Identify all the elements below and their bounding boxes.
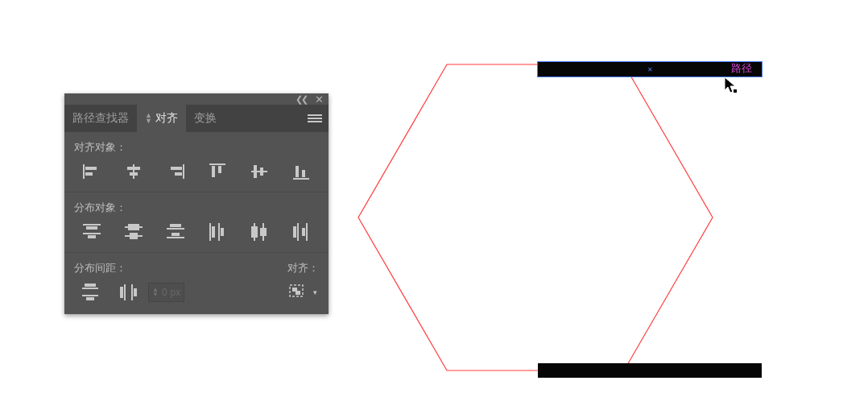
svg-rect-51 [131,284,133,300]
align-bottom-button[interactable] [280,159,322,184]
svg-rect-30 [167,228,184,230]
distribute-right-button[interactable] [280,220,322,244]
tab-pathfinder[interactable]: 路径查找器 [64,105,137,132]
distribute-top-button[interactable] [71,220,113,244]
svg-rect-28 [130,233,138,239]
align-hcenter-button[interactable] [113,159,155,184]
svg-rect-16 [254,165,257,178]
selection-center-icon: ✕ [647,66,653,73]
align-left-button[interactable] [71,159,113,184]
svg-rect-20 [302,170,305,177]
dropdown-caret-icon: ▾ [313,288,317,296]
svg-rect-32 [167,237,184,238]
distribute-hspacing-button[interactable] [110,280,148,304]
tab-label: 路径查找器 [72,111,129,126]
align-panel: ❮❮ ✕ 路径查找器 ▲▼ 对齐 变换 对齐对象： [64,93,329,314]
svg-rect-29 [170,224,181,227]
svg-rect-31 [172,233,180,236]
svg-rect-13 [212,166,215,177]
svg-rect-40 [260,228,267,236]
section-label-distribute-objects: 分布对象： [64,192,329,220]
svg-rect-2 [308,121,322,122]
tab-transform[interactable]: 变换 [186,105,225,132]
svg-rect-41 [293,226,296,238]
distribute-vcenter-icon [125,224,143,240]
svg-rect-21 [83,224,101,226]
align-top-icon [209,163,225,180]
align-right-icon [167,164,184,179]
distribute-vcenter-button[interactable] [113,220,155,244]
section-label-align-objects: 对齐对象： [64,132,329,159]
distribute-vspacing-icon [82,283,98,301]
menu-icon [308,114,322,123]
spacing-value-field: ▲▼ 0 px [148,283,184,302]
align-vcenter-button[interactable] [238,159,280,184]
tab-align[interactable]: ▲▼ 对齐 [137,105,186,132]
tab-label: 对齐 [155,111,178,126]
close-panel-icon[interactable]: ✕ [315,93,324,106]
svg-rect-35 [218,223,220,241]
align-top-button[interactable] [196,159,238,184]
distribute-hcenter-icon [251,223,267,241]
svg-rect-47 [82,295,98,296]
svg-rect-38 [251,226,258,238]
align-objects-row [64,159,329,192]
svg-rect-7 [127,167,140,170]
section-label-distribute-spacing: 分布间距： [64,253,278,280]
svg-rect-34 [212,226,215,238]
svg-marker-56 [358,64,713,370]
panel-titlebar: ❮❮ ✕ [64,93,329,105]
svg-rect-0 [308,114,322,116]
svg-rect-36 [221,228,224,236]
svg-rect-8 [130,172,138,176]
distribute-right-icon [293,223,309,241]
align-to-selection-icon [289,284,307,300]
stepper-icon: ▲▼ [152,288,159,297]
distribute-left-button[interactable] [196,220,238,244]
panel-menu-button[interactable] [301,114,329,123]
svg-rect-46 [82,288,98,289]
distribute-objects-row [64,220,329,252]
svg-rect-22 [86,226,97,230]
align-bottom-icon [293,163,309,180]
distribute-left-icon [209,223,225,241]
distribute-hcenter-button[interactable] [238,220,280,244]
svg-rect-50 [124,284,126,300]
svg-rect-4 [85,167,97,170]
svg-rect-24 [88,235,96,238]
align-vcenter-icon [251,163,267,180]
svg-rect-45 [85,283,96,287]
collapse-panel-icon[interactable]: ❮❮ [296,94,307,105]
section-label-align-to: 对齐： [278,253,329,280]
align-right-button[interactable] [155,159,196,184]
align-to-control[interactable]: ▾ [289,284,322,300]
top-black-rectangle[interactable]: ✕ [538,62,762,77]
cursor-tooltip: 路径 [731,61,752,76]
svg-rect-58 [734,89,737,93]
svg-rect-44 [306,223,308,241]
svg-rect-17 [260,168,263,176]
svg-rect-18 [293,178,309,180]
svg-rect-43 [302,228,305,236]
spacing-unit: px [171,287,181,298]
svg-rect-33 [209,223,211,241]
align-left-icon [83,164,101,179]
hexagon-path[interactable] [346,48,725,387]
spacing-value: 0 [162,287,167,298]
bottom-black-rectangle[interactable] [538,363,762,378]
tab-label: 变换 [194,111,217,126]
svg-rect-12 [209,163,225,165]
distribute-bottom-button[interactable] [155,220,196,244]
svg-rect-23 [83,233,101,234]
svg-rect-3 [83,164,85,179]
distribute-bottom-icon [167,224,184,240]
svg-rect-52 [134,288,137,296]
svg-rect-42 [297,223,299,241]
svg-rect-5 [85,172,93,176]
distribute-vspacing-button[interactable] [71,280,110,304]
svg-rect-48 [86,297,94,300]
svg-rect-55 [296,291,300,295]
svg-rect-19 [296,166,299,177]
canvas-area[interactable]: ✕ 路径 [346,48,781,395]
distribute-spacing-row: ▲▼ 0 px ▾ [64,280,329,314]
